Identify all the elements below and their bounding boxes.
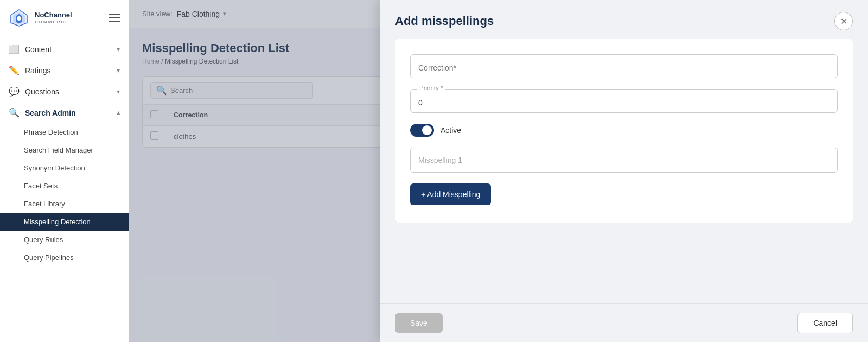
nav-section: ⬜ Content ▾ ✏️ Ratings ▾ 💬 Questions ▾ 🔍… [0, 36, 129, 269]
correction-input[interactable] [410, 54, 838, 78]
sidebar-item-questions-label: Questions [25, 87, 59, 96]
ratings-icon: ✏️ [9, 65, 20, 75]
active-toggle-row: Active [410, 124, 838, 137]
dialog-card: Priority * Active + Add Mi [395, 39, 853, 223]
misspelling-input[interactable] [410, 148, 838, 173]
sidebar-item-facet-sets[interactable]: Facet Sets [0, 177, 129, 195]
active-toggle[interactable] [410, 124, 434, 137]
search-admin-subnav: Phrase Detection Search Field Manager Sy… [0, 123, 129, 267]
save-button[interactable]: Save [395, 313, 443, 333]
content-icon: ⬜ [9, 44, 20, 54]
questions-icon: 💬 [9, 86, 20, 97]
search-admin-icon: 🔍 [9, 107, 20, 118]
hamburger-menu[interactable] [109, 14, 120, 22]
chevron-down-icon: ▾ [117, 67, 120, 74]
main-content: Site view: Fab Clothing ▾ Misspelling De… [129, 0, 868, 342]
sidebar-item-ratings-label: Ratings [25, 66, 50, 75]
cancel-button[interactable]: Cancel [797, 313, 853, 333]
sidebar-item-misspelling-detection[interactable]: Misspelling Detection [0, 213, 129, 231]
logo-tagline: COMMERCE [35, 20, 72, 24]
dialog-footer: Save Cancel [380, 303, 868, 342]
dialog-panel: Add misspellings ✕ Priority * [380, 0, 868, 342]
sidebar-item-content[interactable]: ⬜ Content ▾ [0, 39, 129, 60]
sidebar-item-content-label: Content [25, 45, 52, 54]
priority-label: Priority * [417, 85, 445, 91]
dialog-header: Add misspellings ✕ [380, 0, 868, 39]
chevron-down-icon: ▾ [117, 46, 120, 53]
svg-point-3 [17, 16, 21, 21]
sidebar-item-questions[interactable]: 💬 Questions ▾ [0, 81, 129, 102]
logo-name: NoChannel [35, 11, 72, 19]
dialog-body: Priority * Active + Add Mi [380, 39, 868, 303]
sidebar-item-search-admin-label: Search Admin [25, 109, 76, 117]
active-label: Active [441, 126, 461, 135]
priority-field: Priority * [410, 89, 838, 113]
chevron-up-icon: ▴ [117, 109, 120, 117]
sidebar-item-synonym-detection[interactable]: Synonym Detection [0, 159, 129, 177]
sidebar-item-ratings[interactable]: ✏️ Ratings ▾ [0, 60, 129, 81]
misspelling-field [410, 148, 838, 173]
sidebar-item-facet-library[interactable]: Facet Library [0, 195, 129, 213]
priority-input[interactable] [411, 90, 837, 112]
chevron-down-icon: ▾ [117, 88, 120, 96]
sidebar-item-query-rules[interactable]: Query Rules [0, 231, 129, 249]
sidebar-item-search-admin[interactable]: 🔍 Search Admin ▴ [0, 102, 129, 123]
logo-icon [9, 8, 29, 28]
logo-area: NoChannel COMMERCE [0, 0, 129, 36]
add-misspelling-button[interactable]: + Add Misspelling [410, 183, 491, 205]
sidebar-item-phrase-detection[interactable]: Phrase Detection [0, 123, 129, 141]
correction-field [410, 54, 838, 78]
dialog-close-button[interactable]: ✕ [834, 12, 853, 30]
sidebar-item-search-field-manager[interactable]: Search Field Manager [0, 141, 129, 159]
sidebar-item-query-pipelines[interactable]: Query Pipelines [0, 249, 129, 267]
dialog-title: Add misspellings [395, 14, 494, 28]
sidebar: NoChannel COMMERCE ⬜ Content ▾ ✏️ Rating… [0, 0, 129, 342]
toggle-thumb [422, 125, 432, 135]
